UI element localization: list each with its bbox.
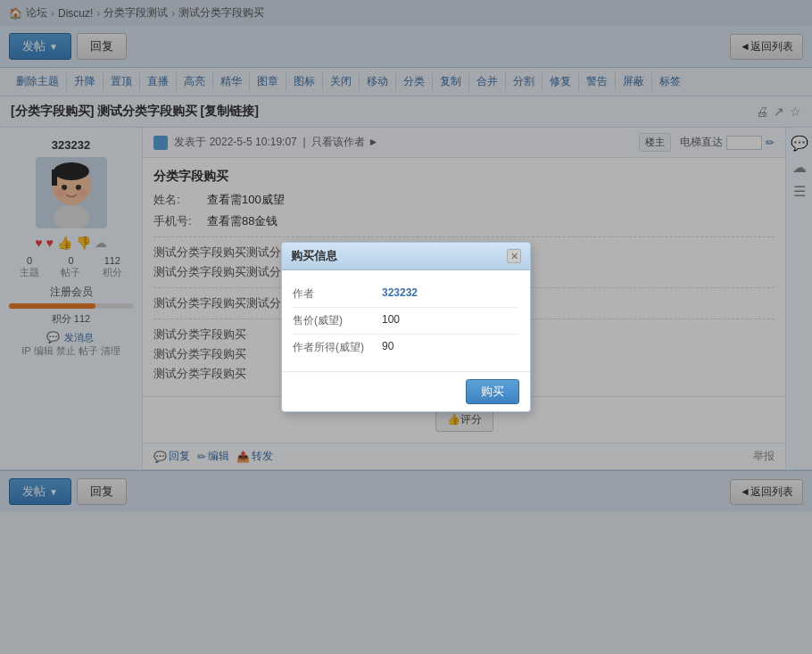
modal-earn-value: 90 (382, 340, 394, 355)
modal-earn-label: 作者所得(威望) (293, 340, 382, 355)
modal-price-value: 100 (382, 313, 400, 328)
modal-row-price: 售价(威望) 100 (293, 308, 519, 335)
buy-button[interactable]: 购买 (466, 379, 519, 404)
modal-footer: 购买 (282, 371, 530, 411)
modal-row-author-earn: 作者所得(威望) 90 (293, 335, 519, 360)
modal-overlay: 购买信息 ✕ 作者 323232 售价(威望) 100 作者所得(威望) 90 … (0, 0, 812, 512)
modal-author-label: 作者 (293, 286, 382, 302)
purchase-modal: 购买信息 ✕ 作者 323232 售价(威望) 100 作者所得(威望) 90 … (281, 242, 531, 412)
modal-row-author: 作者 323232 (293, 281, 519, 308)
modal-price-label: 售价(威望) (293, 313, 382, 328)
modal-header: 购买信息 ✕ (282, 243, 530, 270)
modal-close-button[interactable]: ✕ (507, 249, 521, 263)
modal-author-value: 323232 (382, 286, 418, 302)
modal-body: 作者 323232 售价(威望) 100 作者所得(威望) 90 (282, 270, 530, 371)
modal-title: 购买信息 (291, 248, 337, 264)
